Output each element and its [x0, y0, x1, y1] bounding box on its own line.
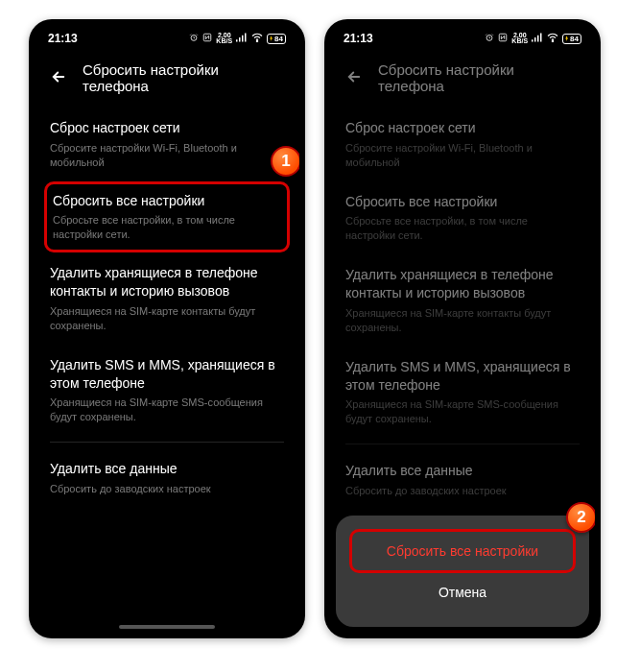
- settings-item[interactable]: Сброс настроек сетиСбросите настройки Wi…: [345, 108, 580, 181]
- page-title: Сбросить настройки телефона: [83, 61, 284, 94]
- signal-icon: [236, 33, 248, 44]
- phone-left: 21:13 2,00KB/S 84 Сбросить настройки тел…: [29, 19, 305, 638]
- settings-item[interactable]: Удалить хранящиеся в телефоне контакты и…: [345, 254, 580, 346]
- svg-point-5: [552, 40, 553, 41]
- svg-point-2: [256, 40, 257, 41]
- settings-item[interactable]: Удалить все данныеСбросить до заводских …: [345, 450, 580, 510]
- phone-right: 21:13 2,00KB/S 84 Сбросить настройки тел…: [324, 19, 601, 638]
- wifi-icon: [547, 33, 558, 44]
- settings-list: Сброс настроек сетиСбросите настройки Wi…: [330, 108, 595, 510]
- divider: [50, 442, 284, 443]
- status-icons: 2,00KB/S 84: [485, 33, 581, 45]
- item-subtitle: Сбросить до заводских настроек: [50, 482, 284, 496]
- item-subtitle: Сбросьте все настройки, в том числе наст…: [53, 213, 281, 242]
- item-title: Сброс настроек сети: [345, 119, 580, 137]
- cancel-button[interactable]: Отмена: [349, 573, 576, 612]
- page-title: Сбросить настройки телефона: [378, 61, 580, 94]
- action-sheet: Сбросить все настройки Отмена: [336, 516, 589, 627]
- alarm-icon: [485, 33, 494, 44]
- item-subtitle: Хранящиеся на SIM-карте контакты будут с…: [50, 304, 284, 333]
- battery-icon: 84: [562, 34, 581, 44]
- settings-item[interactable]: Удалить SMS и MMS, хранящиеся в этом тел…: [345, 347, 580, 438]
- divider: [345, 444, 580, 444]
- item-subtitle: Сбросите настройки Wi-Fi, Bluetooth и мо…: [50, 141, 284, 170]
- item-title: Удалить все данные: [345, 462, 580, 480]
- item-title: Удалить хранящиеся в телефоне контакты и…: [345, 266, 580, 302]
- page-header: Сбросить настройки телефона: [35, 52, 299, 108]
- back-icon[interactable]: [50, 68, 67, 88]
- status-bar: 21:13 2,00KB/S 84: [35, 25, 299, 52]
- clock: 21:13: [48, 32, 78, 45]
- screen-left: 21:13 2,00KB/S 84 Сбросить настройки тел…: [35, 25, 299, 633]
- confirm-reset-button[interactable]: Сбросить все настройки: [349, 529, 576, 573]
- callout-1: 1: [271, 146, 299, 177]
- net-speed: 2,00KB/S: [216, 33, 232, 45]
- settings-item[interactable]: Удалить хранящиеся в телефоне контакты и…: [50, 252, 284, 344]
- alarm-icon: [189, 33, 199, 44]
- back-icon[interactable]: [345, 68, 363, 88]
- callout-2: 2: [566, 502, 595, 533]
- item-title: Сброс настроек сети: [50, 119, 284, 137]
- signal-icon: [532, 33, 543, 44]
- battery-icon: 84: [267, 34, 286, 44]
- settings-item[interactable]: Сбросить все настройкиСбросьте все настр…: [44, 181, 290, 253]
- item-subtitle: Сбросить до заводских настроек: [345, 484, 580, 498]
- nfc-icon: [498, 33, 508, 44]
- item-title: Сбросить все настройки: [345, 193, 580, 211]
- item-title: Удалить SMS и MMS, хранящиеся в этом тел…: [345, 358, 580, 395]
- item-subtitle: Сбросите настройки Wi-Fi, Bluetooth и мо…: [345, 141, 580, 170]
- page-header: Сбросить настройки телефона: [330, 52, 595, 108]
- item-subtitle: Хранящиеся на SIM-карте контакты будут с…: [345, 306, 580, 335]
- status-bar: 21:13 2,00KB/S 84: [330, 25, 595, 52]
- settings-item[interactable]: Удалить все данныеСбросить до заводских …: [50, 448, 284, 508]
- item-title: Удалить все данные: [50, 460, 284, 478]
- nfc-icon: [202, 33, 212, 44]
- item-subtitle: Сбросьте все настройки, в том числе наст…: [345, 214, 580, 243]
- status-icons: 2,00KB/S 84: [189, 33, 286, 45]
- home-indicator[interactable]: [119, 625, 215, 629]
- item-title: Удалить хранящиеся в телефоне контакты и…: [50, 264, 284, 300]
- wifi-icon: [251, 33, 263, 44]
- item-title: Удалить SMS и MMS, хранящиеся в этом тел…: [50, 356, 284, 393]
- clock: 21:13: [344, 32, 373, 45]
- settings-item[interactable]: Сброс настроек сетиСбросите настройки Wi…: [50, 108, 284, 181]
- item-subtitle: Хранящиеся на SIM-карте SMS-сообщения бу…: [345, 397, 580, 426]
- net-speed: 2,00KB/S: [511, 33, 528, 45]
- settings-list: Сброс настроек сетиСбросите настройки Wi…: [35, 108, 299, 508]
- item-title: Сбросить все настройки: [53, 192, 281, 210]
- screen-right: 21:13 2,00KB/S 84 Сбросить настройки тел…: [330, 25, 595, 633]
- settings-item[interactable]: Сбросить все настройкиСбросьте все настр…: [345, 181, 580, 255]
- settings-item[interactable]: Удалить SMS и MMS, хранящиеся в этом тел…: [50, 345, 284, 436]
- item-subtitle: Хранящиеся на SIM-карте SMS-сообщения бу…: [50, 396, 284, 424]
